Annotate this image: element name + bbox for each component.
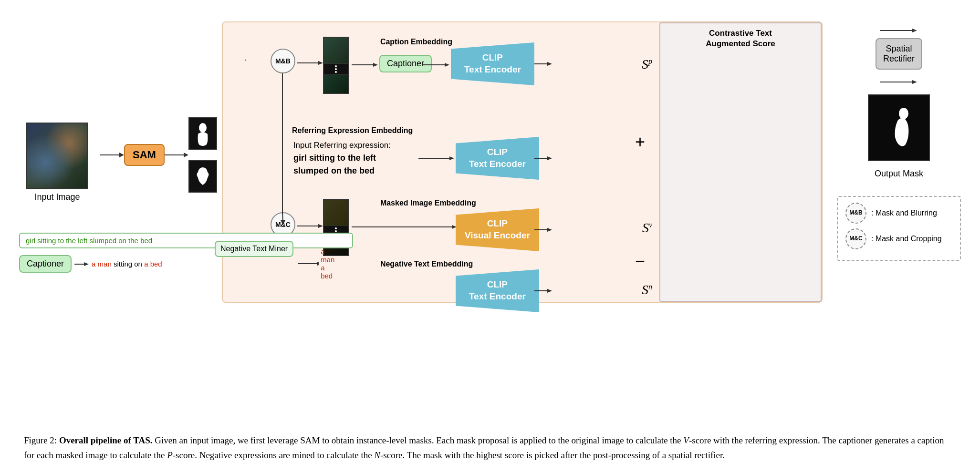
- negative-text-title: Negative Text Embedding: [380, 260, 473, 268]
- svg-marker-18: [547, 62, 552, 66]
- caption-text3: -score. Negative expressions are mined t…: [173, 450, 375, 460]
- score-n: Sn: [642, 282, 652, 298]
- arrow-mb-strip1: [297, 60, 323, 68]
- image-strip-1: [323, 37, 349, 94]
- spatial-rectifier-box: SpatialRectifier: [876, 38, 922, 70]
- svg-marker-3: [184, 153, 188, 157]
- referring-embedding-title: Referring Expression Embedding: [292, 126, 413, 135]
- arrow-strip2-visual: [352, 224, 457, 232]
- legend-mb-desc: : Mask and Blurring: [871, 209, 937, 217]
- plus-sign: +: [635, 132, 645, 152]
- caption-embedding-title: Caption Embedding: [380, 38, 452, 46]
- score-p: Sp: [642, 57, 652, 72]
- captioner-box-2: Captioner: [19, 255, 72, 273]
- clip-visual-encoder: CLIP Visual Encoder: [456, 208, 539, 251]
- input-image-label: Input Image: [34, 192, 80, 202]
- input-image-box: [26, 123, 88, 189]
- caption-text4: -score. The mask with the highest score …: [380, 450, 725, 460]
- neg-text-miner-box: Negative Text Miner: [215, 241, 293, 257]
- negative-text-row: girl sitting to the left slumped on the …: [19, 233, 353, 248]
- neg-output-text: a man a bed: [321, 247, 338, 280]
- dots-row: [188, 153, 217, 157]
- contrastive-title: Contrastive Text Augmented Score: [660, 23, 821, 51]
- svg-marker-1: [119, 153, 124, 157]
- clip-text-encoder-3: CLIP Text Encoder: [456, 269, 539, 312]
- svg-marker-24: [547, 289, 552, 293]
- neg-text-green: girl sitting to the left slumped on the …: [26, 236, 152, 245]
- mb-circle: M&B: [271, 49, 295, 73]
- svg-marker-38: [317, 262, 319, 266]
- legend-mc-desc: : Mask and Cropping: [871, 235, 942, 243]
- legend-item-mc: M&C : Mask and Cropping: [845, 228, 952, 249]
- clip-text-encoder-2: CLIP Text Encoder: [456, 137, 539, 180]
- output-mask-label: Output Mask: [875, 169, 923, 179]
- mask-panel-1: [188, 117, 217, 150]
- legend-box: M&B : Mask and Blurring M&C : Mask and C…: [837, 196, 961, 261]
- svg-marker-8: [373, 63, 378, 67]
- svg-marker-30: [912, 29, 917, 32]
- svg-point-34: [899, 108, 908, 119]
- clip-text-encoder-1: CLIP Text Encoder: [451, 42, 534, 85]
- caption-red2: a bed: [144, 260, 162, 268]
- mask-panel-2: [188, 160, 217, 193]
- arrow-mc-strip2: [297, 223, 323, 231]
- score-v: Sv: [642, 220, 652, 236]
- arrow-input-sam: [100, 150, 124, 160]
- svg-marker-32: [912, 80, 917, 84]
- arrow-captioner-clip1: [423, 62, 449, 70]
- caption-area: Figure 2: Overall pipeline of TAS. Given…: [19, 429, 961, 462]
- sam-box: SAM: [124, 144, 165, 166]
- caption-main: sitting on: [112, 260, 144, 268]
- caption-text1: Given an input image, we first leverage …: [155, 435, 683, 445]
- svg-marker-6: [318, 61, 323, 65]
- contrastive-panel: Contrastive Text Augmented Score: [659, 22, 822, 302]
- ref-exp-input-label: Input Referring expression:: [293, 141, 391, 150]
- caption-red1: a man: [92, 260, 112, 268]
- minus-sign: −: [635, 251, 645, 271]
- input-image-section: Input Image: [19, 123, 95, 202]
- svg-marker-10: [445, 63, 449, 67]
- ref-exp-section: Input Referring expression: girl sitting…: [293, 139, 391, 177]
- legend-mc-circle: M&C: [845, 228, 866, 249]
- legend-mb-circle: M&B: [845, 203, 866, 224]
- legend-item-mb: M&B : Mask and Blurring: [845, 203, 952, 224]
- arrow-refexp-clip2: [418, 155, 454, 164]
- main-container: Input Image SAM: [0, 0, 980, 472]
- svg-point-4: [199, 123, 207, 133]
- arrow-strip-captioner: [352, 62, 378, 70]
- ref-exp-text: girl sitting to the leftslumped on the b…: [293, 153, 376, 175]
- arrow-neg-miner: a man a bed: [298, 247, 338, 280]
- spatial-rectifier-section: SpatialRectifier Output Mask M&B : Mask: [837, 26, 961, 261]
- svg-marker-22: [547, 228, 552, 232]
- output-mask-box: [868, 94, 930, 161]
- caption-text-bottom: a man sitting on a bed: [92, 260, 162, 268]
- sam-section: SAM: [124, 144, 165, 166]
- svg-marker-14: [318, 224, 323, 228]
- svg-marker-20: [547, 156, 552, 160]
- svg-marker-36: [84, 262, 89, 266]
- neg-text-miner-section: Negative Text Miner a man a bed: [215, 241, 293, 257]
- masked-image-title: Masked Image Embedding: [380, 199, 476, 207]
- arrow-sam-out: [165, 150, 188, 160]
- caption-bold: Overall pipeline of TAS.: [59, 435, 153, 445]
- mask-panels: [188, 117, 217, 193]
- captioner-bottom-row: Captioner a man sitting on a bed: [19, 255, 162, 273]
- svg-marker-12: [449, 156, 454, 160]
- figure-num: Figure 2:: [24, 435, 57, 445]
